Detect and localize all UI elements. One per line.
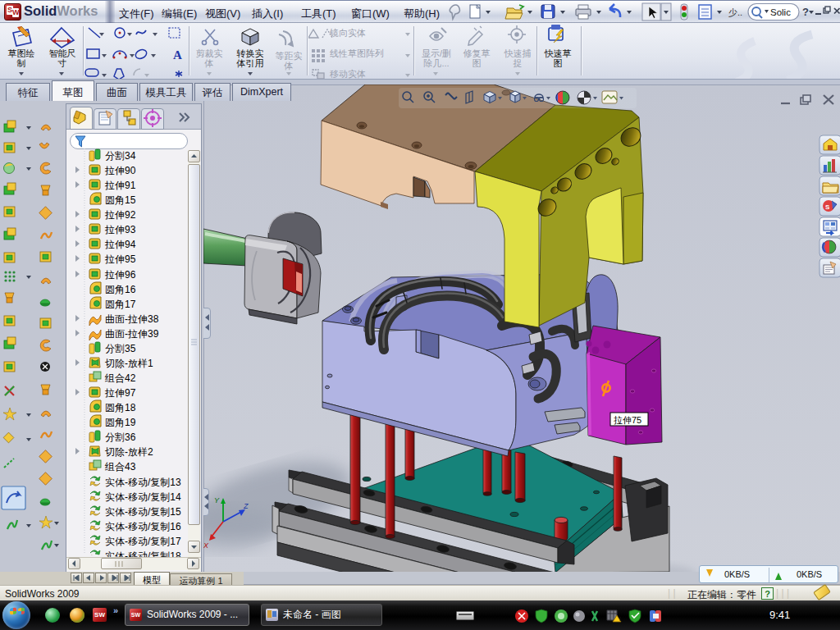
- svg-text:Solic: Solic: [770, 7, 791, 17]
- svg-text:A: A: [173, 48, 182, 62]
- svg-text:?: ?: [802, 6, 809, 18]
- svg-text:Z: Z: [243, 502, 249, 510]
- svg-text:少..: 少..: [728, 7, 742, 17]
- svg-text:!: !: [619, 616, 621, 622]
- svg-text:X: X: [203, 541, 209, 550]
- svg-text:Y: Y: [214, 496, 220, 504]
- svg-text:拉伸75: 拉伸75: [614, 415, 641, 425]
- svg-text:S: S: [825, 203, 830, 211]
